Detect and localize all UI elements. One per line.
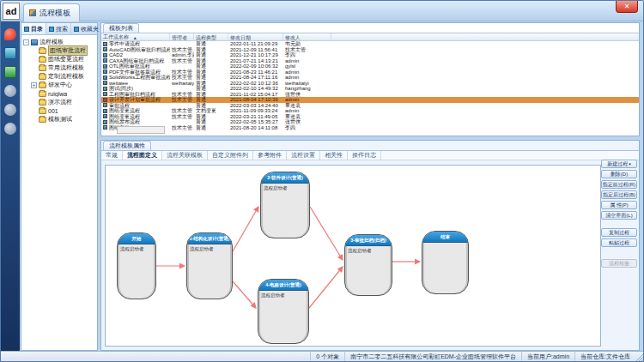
pager-control[interactable]: [117, 126, 165, 134]
action-button[interactable]: 指定前过程(R): [601, 180, 637, 189]
arrow-1-to-2: [233, 207, 258, 251]
tree-item-label: 研发中心: [48, 81, 72, 89]
tree-item[interactable]: 常用流程模板: [31, 63, 97, 72]
properties-panel: 流程模板属性 常规 流程图定义 流程关联模板 自定义附件列 参考附件 流程设置 …: [100, 140, 640, 351]
subtab[interactable]: 相关性: [320, 151, 348, 160]
column-header-manager[interactable]: 管理者: [170, 33, 194, 40]
chart-icon[interactable]: [4, 66, 16, 78]
flow-node-end[interactable]: 结束: [422, 231, 469, 294]
users-icon[interactable]: [4, 85, 16, 97]
window-title-tab[interactable]: 流程模板: [23, 3, 80, 21]
action-button-label: 复制过程: [609, 229, 629, 237]
subtab[interactable]: 流程设置: [287, 151, 320, 160]
tree-item-label: 常用流程模板: [48, 63, 84, 72]
action-button-label: 属 性(P): [610, 202, 629, 209]
workflow-icon: [103, 58, 107, 63]
subtab[interactable]: 参考附件: [253, 151, 287, 160]
properties-tab[interactable]: 流程模板属性: [103, 141, 151, 150]
folder-icon: [39, 117, 46, 123]
table-header: 工作流名称 ▴ 管理者 流程类型 修改日期 修改人: [101, 33, 639, 41]
tree-item[interactable]: 001: [31, 106, 97, 115]
action-button[interactable]: 粘贴过程: [601, 238, 637, 247]
tree-item-label: 模板测试: [48, 115, 72, 124]
action-button[interactable]: 复制过程: [601, 228, 637, 237]
close-button[interactable]: ✕: [616, 1, 638, 13]
column-header-modifier[interactable]: 修改人: [283, 33, 331, 40]
tree-item-label: 001: [48, 108, 58, 114]
flow-action-buttons: 新建过程 ▾ 删除(D) 指定前过程(R) 指定后过程(B): [601, 158, 637, 268]
column-header-type[interactable]: 流程类型: [194, 33, 228, 40]
expander-icon[interactable]: +: [31, 82, 37, 88]
properties-subtabs: 常规 流程图定义 流程关联模板 自定义附件列 参考附件 流程设置 相关性 操作日…: [101, 150, 639, 160]
expander-icon[interactable]: -: [23, 39, 29, 45]
flow-node-software-design[interactable]: 2-软件设计(普通) 流程启动者: [260, 172, 310, 238]
nav-tab-label: 目录: [31, 25, 43, 33]
workflow-icon: [103, 47, 107, 51]
folder-icon: [39, 100, 46, 106]
sort-asc-icon: ▴: [134, 34, 137, 40]
node-title: 开始: [118, 233, 155, 244]
tree-item[interactable]: 模板测试: [31, 115, 97, 124]
nav-tab[interactable]: 目录: [21, 23, 46, 34]
action-button[interactable]: 属 性(P): [601, 201, 637, 209]
column-header-name[interactable]: 工作流名称 ▴: [101, 33, 170, 40]
nav-tab-icon: [74, 27, 79, 32]
action-button[interactable]: 流程校验: [601, 259, 637, 268]
navigation-tabs: 目录 搜索 收藏夹: [21, 23, 97, 35]
tree-item[interactable]: 定制流程模板: [31, 72, 97, 81]
folder-icon: [39, 65, 46, 71]
tree-item[interactable]: 图纸变更流程: [31, 55, 97, 63]
workflow-icon: [103, 75, 107, 80]
tree-item[interactable]: ruigiwa: [31, 89, 97, 98]
folder-icon: [39, 48, 46, 54]
chat-icon[interactable]: [4, 28, 16, 40]
action-button-label: 删除(D): [611, 171, 628, 178]
subtab[interactable]: 常规: [101, 151, 123, 160]
column-header-date[interactable]: 修改日期: [228, 33, 283, 40]
gear-icon[interactable]: [4, 123, 16, 135]
monitor-icon[interactable]: [4, 47, 16, 59]
node-title: 4-电路设计(普通): [258, 280, 308, 291]
flow-node-start[interactable]: 开始 流程启动者: [117, 232, 156, 299]
subtab[interactable]: 自定义附件列: [208, 151, 253, 160]
current-user: 当前用户:admin: [521, 352, 574, 361]
action-button-label: 流程校验: [609, 260, 629, 268]
action-button[interactable]: 新建过程 ▾: [601, 160, 637, 168]
node-title: 3-审批归档(归档): [345, 235, 392, 246]
template-list-tab[interactable]: 模板列表: [103, 23, 139, 33]
tree-item[interactable]: + 研发中心: [31, 81, 97, 89]
tree-item[interactable]: 图纸审批流程: [31, 46, 97, 55]
cell-type: 普通: [194, 125, 228, 131]
subtab[interactable]: 流程关联模板: [162, 151, 208, 160]
workflow-icon: [103, 92, 107, 96]
flow-node-structure-design[interactable]: 1-结构化设计(普通) 流程启动者: [186, 232, 233, 299]
clock-icon[interactable]: [4, 104, 16, 116]
subtab[interactable]: 操作日志: [348, 151, 381, 160]
workflow-icon: [103, 120, 107, 124]
action-button[interactable]: 指定后过程(B): [601, 190, 637, 199]
action-button[interactable]: 清空界面(L): [601, 211, 637, 220]
root-icon: [31, 39, 38, 45]
folder-icon: [39, 108, 46, 114]
action-button[interactable]: 删除(D): [601, 170, 637, 178]
table-body: 零件申请流程 普通 2022-01-11 21:09:29 韦元勋 AutoCA…: [101, 41, 639, 130]
subtab[interactable]: 流程图定义: [123, 151, 162, 160]
tree-children: 图纸审批流程 图纸变更流程 常用流程模板: [23, 46, 97, 124]
tree-item-label: ruigiwa: [48, 91, 67, 97]
nav-tab[interactable]: 搜索: [46, 23, 71, 34]
dropdown-caret-icon: ▾: [629, 161, 631, 166]
resize-grip[interactable]: [635, 353, 644, 361]
flow-node-approve-archive[interactable]: 3-审批归档(归档) 流程启动者: [344, 234, 392, 296]
flow-node-circuit-design[interactable]: 4-电路设计(普通) 流程启动者: [258, 279, 309, 344]
folder-icon: [39, 91, 46, 97]
flow-canvas[interactable]: 开始 流程启动者 1-结构化设计(普通) 流程启动者 2-软件设计(普通) 流程…: [105, 165, 601, 347]
node-title: 结束: [422, 232, 468, 243]
nav-tab-label: 收藏夹: [81, 25, 99, 33]
tree-item[interactable]: 演示流程: [31, 98, 97, 106]
table-row[interactable]: 图纸审批 技术主管... 普通 2021-08-20 14:11:08 李四: [101, 125, 639, 131]
action-button-label: 指定后过程(B): [603, 191, 635, 199]
action-button-label: 粘贴过程: [609, 239, 629, 247]
nav-tab[interactable]: 收藏夹: [71, 23, 102, 34]
cell-manager: 技术主管...: [170, 125, 194, 131]
node-assignee: 流程启动者: [187, 244, 232, 254]
